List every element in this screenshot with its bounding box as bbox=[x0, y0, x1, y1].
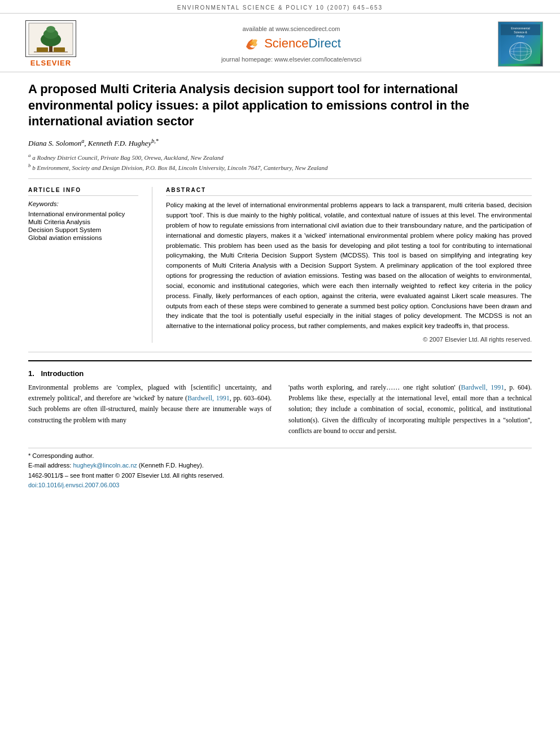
intro-col-right: 'paths worth exploring, and rarely…… one… bbox=[288, 382, 532, 436]
footnote-rights: 1462-9011/$ – see front matter © 2007 El… bbox=[28, 471, 532, 480]
affil-a-text: a Rodney District Council, Private Bag 5… bbox=[32, 154, 224, 161]
introduction-section: 1. Introduction Environmental problems a… bbox=[28, 360, 532, 436]
article-info-section: ARTICLE INFO Keywords: International env… bbox=[28, 187, 152, 343]
sciencedirect-text: ScienceDirect bbox=[264, 36, 341, 51]
page: ENVIRONMENTAL SCIENCE & POLICY 10 (2007)… bbox=[0, 0, 560, 747]
email-person: (Kenneth F.D. Hughey). bbox=[139, 462, 204, 469]
email-link[interactable]: hugheyk@lincoln.ac.nz bbox=[73, 462, 137, 469]
intro-left-text: Environmental problems are 'complex, pla… bbox=[28, 382, 272, 426]
footnote-email: E-mail address: hugheyk@lincoln.ac.nz (K… bbox=[28, 461, 532, 470]
logo-row: ELSEVIER available at www.sciencedirect.… bbox=[0, 14, 560, 72]
sciencedirect-logo: ScienceDirect bbox=[85, 36, 498, 51]
affil-a-sup: a bbox=[81, 138, 84, 144]
abstract-section: ABSTRACT Policy making at the level of i… bbox=[152, 187, 532, 343]
section-number: 1. bbox=[28, 369, 34, 378]
abstract-label: ABSTRACT bbox=[166, 187, 532, 196]
keyword-1: International environmental policy bbox=[28, 211, 138, 217]
divider-1 bbox=[28, 178, 532, 179]
footnote-corresponding: * Corresponding author. bbox=[28, 452, 532, 460]
rights-text: 1462-9011/$ – see front matter © 2007 El… bbox=[28, 472, 224, 479]
author-kenneth: Kenneth F.D. Hughey bbox=[88, 139, 151, 147]
svg-rect-7 bbox=[54, 47, 65, 52]
keyword-4: Global aviation emissions bbox=[28, 234, 138, 241]
affiliation-b: b b Environment, Society and Design Divi… bbox=[28, 163, 532, 171]
svg-text:Environmental: Environmental bbox=[511, 26, 530, 29]
elsevier-logo: ELSEVIER bbox=[17, 20, 85, 67]
author-diana: Diana S. Solomon bbox=[28, 139, 81, 147]
section-title: Introduction bbox=[41, 369, 84, 378]
divider-2 bbox=[28, 352, 532, 352]
footnote-doi: doi:10.1016/j.envsci.2007.06.003 bbox=[28, 481, 532, 490]
authors-line: Diana S. Solomona, Kenneth F.D. Hugheyb,… bbox=[28, 138, 532, 148]
bardwell-ref-2: Bardwell, 1991 bbox=[461, 383, 504, 391]
introduction-heading: 1. Introduction bbox=[28, 369, 532, 378]
journal-homepage-text: journal homepage: www.elsevier.com/locat… bbox=[85, 56, 498, 63]
copyright-line: © 2007 Elsevier Ltd. All rights reserved… bbox=[166, 336, 532, 343]
email-label: E-mail address: bbox=[28, 462, 71, 469]
svg-point-4 bbox=[46, 26, 55, 33]
info-abstract-row: ARTICLE INFO Keywords: International env… bbox=[28, 187, 532, 343]
keyword-2: Multi Criteria Analysis bbox=[28, 219, 138, 225]
corresponding-label: * Corresponding author. bbox=[28, 452, 94, 459]
affiliation-a: a a Rodney District Council, Private Bag… bbox=[28, 152, 532, 161]
journal-cover-image: Environmental Science & Policy bbox=[498, 21, 543, 67]
article-title: A proposed Multi Criteria Analysis decis… bbox=[28, 81, 532, 130]
introduction-columns: Environmental problems are 'complex, pla… bbox=[28, 382, 532, 436]
keyword-3: Decision Support System bbox=[28, 226, 138, 233]
article-info-label: ARTICLE INFO bbox=[28, 187, 138, 196]
available-at-text: available at www.sciencedirect.com bbox=[85, 25, 498, 32]
intro-right-text: 'paths worth exploring, and rarely…… one… bbox=[288, 382, 532, 436]
journal-header: ENVIRONMENTAL SCIENCE & POLICY 10 (2007)… bbox=[0, 0, 560, 14]
elsevier-tree-image bbox=[25, 20, 76, 57]
doi-link[interactable]: doi:10.1016/j.envsci.2007.06.003 bbox=[28, 482, 119, 488]
svg-text:Policy: Policy bbox=[517, 34, 524, 37]
affil-b-marker: b bbox=[28, 163, 31, 168]
elsevier-brand-text: ELSEVIER bbox=[30, 59, 71, 67]
keywords-label: Keywords: bbox=[28, 200, 138, 207]
affil-a-marker: a bbox=[28, 152, 31, 158]
main-content: A proposed Multi Criteria Analysis decis… bbox=[0, 72, 560, 490]
affil-b-sup: b,* bbox=[151, 138, 159, 144]
abstract-text: Policy making at the level of internatio… bbox=[166, 200, 532, 331]
center-header: available at www.sciencedirect.com Scien… bbox=[85, 25, 498, 63]
footnote-section: * Corresponding author. E-mail address: … bbox=[28, 448, 532, 490]
journal-ref: ENVIRONMENTAL SCIENCE & POLICY 10 (2007)… bbox=[177, 5, 383, 11]
svg-text:Science &: Science & bbox=[514, 30, 527, 33]
affil-b-text: b Environment, Society and Design Divisi… bbox=[32, 164, 327, 171]
bardwell-ref-1: Bardwell, 1991 bbox=[187, 394, 230, 402]
intro-col-left: Environmental problems are 'complex, pla… bbox=[28, 382, 272, 436]
svg-rect-6 bbox=[37, 47, 48, 52]
